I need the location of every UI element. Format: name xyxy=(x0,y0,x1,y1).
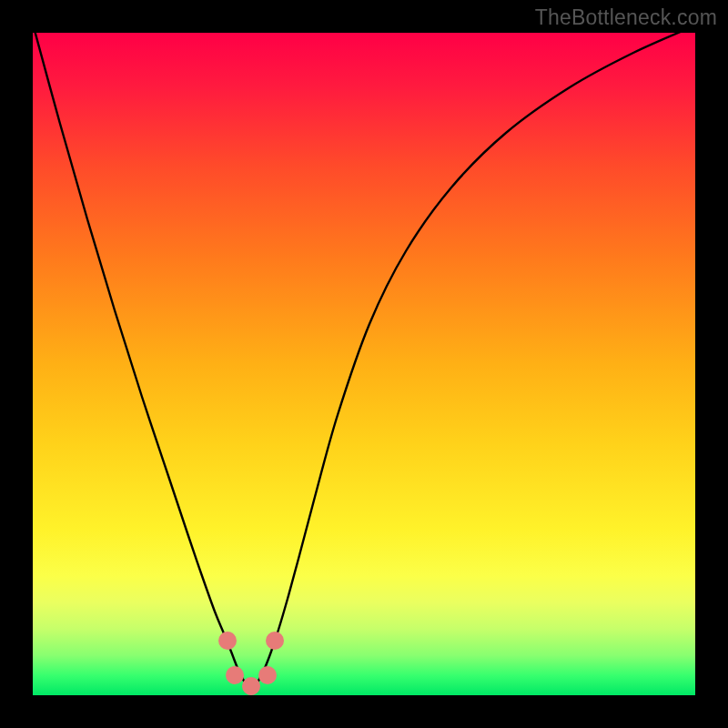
left-dot-upper xyxy=(218,632,237,650)
bottleneck-curve xyxy=(33,33,695,688)
right-dot-upper xyxy=(266,632,284,650)
watermark-text: TheBottleneck.com xyxy=(535,5,717,30)
plot-area xyxy=(33,33,695,695)
right-dot-lower xyxy=(258,666,277,684)
mid-dot xyxy=(242,677,260,695)
left-dot-lower xyxy=(226,666,244,684)
chart-svg xyxy=(33,33,695,695)
curve-markers xyxy=(218,632,284,695)
